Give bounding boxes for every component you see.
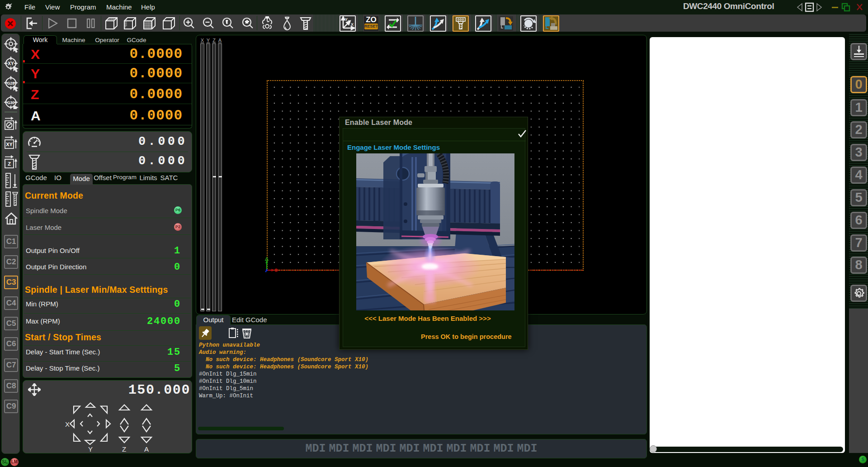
svg-text:G28: G28 <box>7 81 14 86</box>
svg-text:Z: Z <box>122 445 126 453</box>
svg-text:Z: Z <box>348 19 350 24</box>
svg-text:XY: XY <box>6 142 13 147</box>
svg-text:X: X <box>65 420 70 428</box>
svg-text:XY: XY <box>8 61 14 66</box>
svg-text:Z: Z <box>8 161 11 167</box>
svg-text:X: X <box>351 22 354 27</box>
svg-text:Y: Y <box>88 445 93 453</box>
svg-text:A: A <box>144 445 149 453</box>
svg-text:G30: G30 <box>7 100 14 105</box>
